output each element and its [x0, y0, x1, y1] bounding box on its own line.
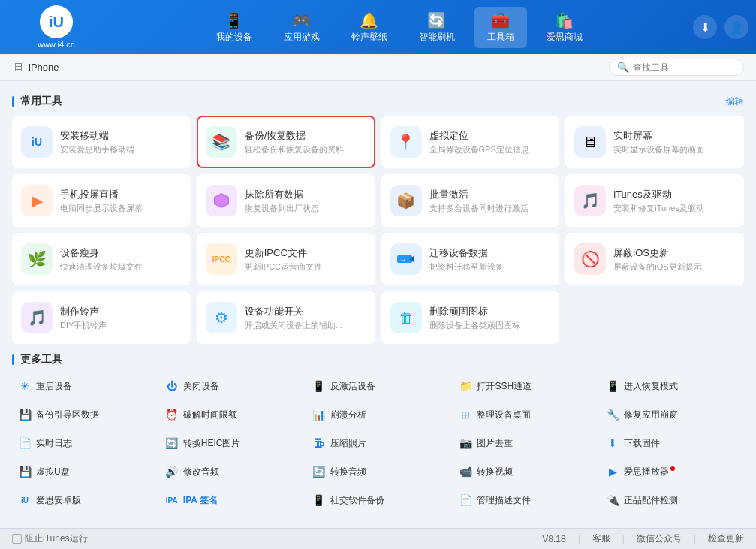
tool-item-itunes-driver[interactable]: 🎵 iTunes及驱动 安装和修复iTunes及驱动: [565, 174, 744, 227]
mini-label-deactivate: 反激活设备: [330, 380, 375, 393]
mini-label-aisi-player: 爱思播放器: [624, 466, 675, 478]
tool-name-backup-restore: 备份/恢复数据: [245, 129, 366, 143]
tool-info-virtual-location: 虚拟定位 全局修改设备GPS定位信息: [429, 129, 551, 155]
nav-item-apps[interactable]: 🎮应用游戏: [272, 7, 332, 48]
mini-tool-virtual-udisk[interactable]: 💾 虚拟U盘: [12, 460, 156, 484]
tool-item-delete-stubborn[interactable]: 🗑 删除顽固图标 删除设备上各类顽固图标: [381, 291, 560, 344]
tool-item-phone-mirror[interactable]: ▶ 手机投屏直播 电脑同步显示设备屏幕: [12, 174, 191, 227]
user-button[interactable]: 👤: [724, 15, 748, 39]
tool-item-backup-restore[interactable]: 📚 备份/恢复数据 轻松备份和恢复设备的资料: [197, 116, 375, 168]
nav-bar: 📱我的设备🎮应用游戏🔔铃声壁纸🔄智能刷机🧰工具箱🛍️爱思商城: [105, 7, 693, 48]
mini-tool-genuine-check[interactable]: 🔌 正品配件检测: [600, 488, 744, 512]
mini-label-convert-audio: 转换音频: [330, 466, 366, 478]
edit-button[interactable]: 编辑: [726, 95, 744, 108]
mini-tool-social-backup[interactable]: 📱 社交软件备份: [306, 488, 450, 512]
apps-icon: 🎮: [292, 11, 311, 29]
mini-tool-recovery[interactable]: 📱 进入恢复模式: [600, 374, 744, 398]
mini-tool-convert-audio[interactable]: 🔄 转换音频: [306, 460, 450, 484]
tool-name-delete-stubborn: 删除顽固图标: [429, 305, 551, 318]
tool-info-delete-stubborn: 删除顽固图标 删除设备上各类顽固图标: [429, 305, 551, 331]
mini-icon-dedup-photo: 📷: [459, 436, 472, 450]
mini-tool-modify-audio[interactable]: 🔊 修改音频: [159, 460, 303, 484]
tool-item-wipe-data[interactable]: 抹除所有数据 恢复设备到出厂状态: [197, 174, 375, 227]
mini-label-break-time: 破解时间限额: [183, 409, 237, 421]
tool-desc-block-ios-update: 屏蔽设备的iOS更新提示: [613, 261, 735, 273]
tool-item-batch-activate[interactable]: 📦 批量激活 支持多台设备同时进行激活: [381, 174, 560, 227]
svg-text:→: →: [399, 255, 407, 264]
device-label: 🖥 iPhone: [12, 61, 59, 74]
mini-icon-convert-video: 📹: [459, 465, 472, 478]
apps-label: 应用游戏: [284, 31, 320, 44]
toolbox-label: 工具箱: [487, 31, 514, 44]
tool-name-device-function: 设备功能开关: [245, 305, 366, 318]
mini-tool-dedup-photo[interactable]: 📷 图片去重: [453, 431, 597, 455]
tool-desc-wipe-data: 恢复设备到出厂状态: [245, 203, 366, 214]
mini-tool-aisi-player[interactable]: ▶ 爱思播放器: [600, 460, 744, 484]
mini-tool-shutdown[interactable]: ⏻ 关闭设备: [159, 374, 303, 398]
mini-tool-download-firmware[interactable]: ⬇ 下载固件: [600, 431, 744, 455]
nav-item-ringtones[interactable]: 🔔铃声壁纸: [339, 7, 399, 48]
download-button[interactable]: ⬇: [693, 15, 717, 39]
ringtones-label: 铃声壁纸: [351, 31, 387, 44]
block-itunes-checkbox[interactable]: [12, 534, 22, 544]
mini-tool-reboot[interactable]: ✳ 重启设备: [12, 374, 156, 398]
nav-item-my-device[interactable]: 📱我的设备: [204, 7, 264, 48]
mini-icon-convert-audio: 🔄: [312, 465, 326, 478]
mini-icon-crash-analysis: 📊: [312, 408, 326, 421]
tool-item-real-screen[interactable]: 🖥 实时屏幕 实时显示设备屏幕的画面: [565, 116, 744, 168]
tool-item-update-ipcc[interactable]: IPCC 更新IPCC文件 更新IPCC运营商文件: [197, 233, 375, 285]
check-update-link[interactable]: 检查更新: [708, 532, 744, 545]
logo-url: www.i4.cn: [38, 40, 75, 49]
customer-service-link[interactable]: 客服: [592, 532, 610, 545]
tool-name-batch-activate: 批量激活: [429, 188, 551, 201]
mini-icon-aisi-android: iU: [18, 493, 32, 507]
wechat-link[interactable]: 微信公众号: [637, 532, 682, 545]
nav-item-smart-flash[interactable]: 🔄智能刷机: [407, 7, 467, 48]
block-itunes-label: 阻止iTunes运行: [25, 532, 88, 545]
mini-tool-fix-app-crash[interactable]: 🔧 修复应用崩窗: [600, 403, 744, 427]
tool-item-block-ios-update[interactable]: 🚫 屏蔽iOS更新 屏蔽设备的iOS更新提示: [565, 233, 744, 285]
tool-item-migrate-data[interactable]: → 迁移设备数据 把资料迁移至新设备: [381, 233, 560, 285]
smart-flash-icon: 🔄: [427, 11, 446, 29]
search-input[interactable]: [633, 62, 738, 73]
tool-desc-migrate-data: 把资料迁移至新设备: [429, 261, 551, 273]
main-content: 常用工具 编辑 iU 安装移动端 安装爱思助手移动端 📚 备份/恢复数据 轻松备…: [0, 81, 756, 528]
tool-item-make-ringtone[interactable]: 🎵 制作铃声 DIY手机铃声: [12, 291, 191, 344]
tool-desc-backup-restore: 轻松备份和恢复设备的资料: [245, 144, 366, 155]
mini-icon-sort-desktop: ⊞: [459, 408, 472, 421]
mini-tool-backup-guide[interactable]: 💾 备份引导区数据: [12, 403, 156, 427]
mini-tool-compress-photo[interactable]: 🗜 压缩照片: [306, 431, 450, 455]
tool-info-backup-restore: 备份/恢复数据 轻松备份和恢复设备的资料: [245, 129, 366, 155]
mini-tool-deactivate[interactable]: 📱 反激活设备: [306, 374, 450, 398]
mini-label-sort-desktop: 整理设备桌面: [477, 409, 531, 421]
tool-info-itunes-driver: iTunes及驱动 安装和修复iTunes及驱动: [613, 188, 735, 214]
search-box[interactable]: 🔍: [609, 59, 744, 76]
mini-tool-aisi-android[interactable]: iU 爱思安卓版: [12, 488, 156, 512]
mini-tool-break-time[interactable]: ⏰ 破解时间限额: [159, 403, 303, 427]
logo-area: iU www.i4.cn: [8, 5, 105, 49]
tool-info-device-function: 设备功能开关 开启或关闭设备上的辅助...: [245, 305, 366, 331]
my-device-icon: 📱: [224, 11, 243, 29]
tool-item-device-function[interactable]: ⚙ 设备功能开关 开启或关闭设备上的辅助...: [197, 291, 375, 344]
tool-icon-backup-restore: 📚: [206, 126, 237, 158]
mini-tool-manage-profiles[interactable]: 📄 管理描述文件: [453, 488, 597, 512]
mini-tool-ipa-sign[interactable]: IPA IPA 签名: [159, 488, 303, 512]
nav-item-store[interactable]: 🛍️爱思商城: [535, 7, 595, 48]
mini-label-backup-guide: 备份引导区数据: [36, 409, 99, 421]
mini-tool-sort-desktop[interactable]: ⊞ 整理设备桌面: [453, 403, 597, 427]
tool-name-make-ringtone: 制作铃声: [60, 305, 182, 318]
mini-icon-compress-photo: 🗜: [312, 436, 326, 450]
mini-tool-convert-heic[interactable]: 🔄 转换HEIC图片: [159, 431, 303, 455]
tool-info-wipe-data: 抹除所有数据 恢复设备到出厂状态: [245, 188, 366, 214]
tool-item-virtual-location[interactable]: 📍 虚拟定位 全局修改设备GPS定位信息: [381, 116, 560, 168]
common-tools-grid: iU 安装移动端 安装爱思助手移动端 📚 备份/恢复数据 轻松备份和恢复设备的资…: [12, 116, 744, 344]
tool-item-install-app[interactable]: iU 安装移动端 安装爱思助手移动端: [12, 116, 191, 168]
tool-icon-batch-activate: 📦: [390, 185, 422, 216]
mini-tool-ssh[interactable]: 📁 打开SSH通道: [453, 374, 597, 398]
nav-item-toolbox[interactable]: 🧰工具箱: [474, 7, 527, 48]
divider2: |: [622, 534, 625, 544]
mini-tool-realtime-log[interactable]: 📄 实时日志: [12, 431, 156, 455]
mini-tool-convert-video[interactable]: 📹 转换视频: [453, 460, 597, 484]
mini-tool-crash-analysis[interactable]: 📊 崩溃分析: [306, 403, 450, 427]
tool-item-device-slim[interactable]: 🌿 设备瘦身 快速清理设备垃圾文件: [12, 233, 191, 285]
